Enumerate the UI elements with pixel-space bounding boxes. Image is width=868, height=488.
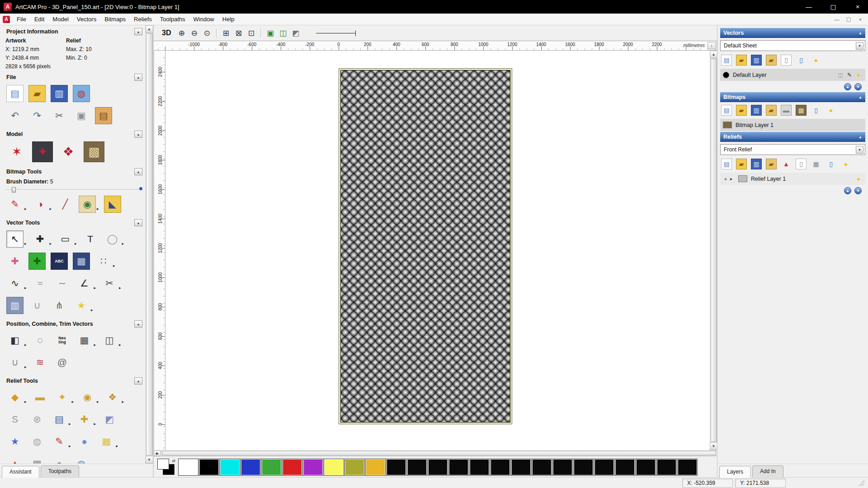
colour-swatch-black-25[interactable] xyxy=(677,459,698,476)
flyout-arrow-icon[interactable]: ▸ xyxy=(24,343,27,347)
move-layer-up-button[interactable]: ▲ xyxy=(844,83,851,90)
colour-swatch-gold[interactable] xyxy=(365,459,386,476)
undo-icon[interactable]: ↶ xyxy=(6,107,24,124)
layer-stack-icon[interactable]: ▦ xyxy=(98,433,115,450)
brush-diameter-slider[interactable] xyxy=(6,186,141,193)
zoom-in-icon[interactable]: ⊕ xyxy=(176,28,187,39)
colour-swatch-red[interactable] xyxy=(282,459,302,476)
flyout-arrow-icon[interactable]: ▸ xyxy=(119,343,121,347)
flyout-arrow-icon[interactable]: ▸ xyxy=(119,286,121,290)
paint-selective-icon[interactable]: ◑ xyxy=(32,196,49,213)
new-model-icon[interactable]: ▤ xyxy=(6,85,24,102)
colour-swatch-black-23[interactable] xyxy=(636,459,656,476)
delete-vector-layer-icon[interactable]: ▯ xyxy=(796,55,807,66)
bubble-pattern-bitmap[interactable] xyxy=(340,70,510,422)
transform-vectors-icon[interactable]: ✚ xyxy=(32,230,49,248)
fit-arcs-icon[interactable]: ∪ xyxy=(28,297,46,314)
scroll-thumb[interactable] xyxy=(162,451,716,456)
paste-icon[interactable]: ▤ xyxy=(95,107,112,124)
create-text-icon[interactable]: T xyxy=(82,230,99,248)
collapse-section-button[interactable]: ▲ xyxy=(859,31,862,35)
previous-view-icon[interactable]: ◩ xyxy=(290,28,301,39)
colour-swatch-black-17[interactable] xyxy=(511,459,531,476)
flyout-arrow-icon[interactable]: ▸ xyxy=(91,308,93,312)
select-vectors-icon[interactable]: ↖ xyxy=(6,230,24,248)
zoom-out-icon[interactable]: ⊖ xyxy=(189,28,200,39)
calculate-relief-icon[interactable]: ▲ xyxy=(781,159,792,169)
switch-to-3d-button[interactable]: 3D xyxy=(158,28,175,38)
create-star-icon[interactable]: ★ xyxy=(73,297,90,314)
zoom-drawing-icon[interactable]: ⊠ xyxy=(233,28,244,39)
scroll-thumb[interactable] xyxy=(146,33,153,455)
collapse-section-button[interactable]: ▲ xyxy=(134,28,142,35)
colour-swatch-black-22[interactable] xyxy=(615,459,635,476)
join-vectors-icon[interactable]: ∪ xyxy=(6,354,24,371)
relief-library-icon[interactable]: ▤ xyxy=(51,411,68,428)
nesting-icon[interactable]: Nes ting xyxy=(54,332,71,349)
flyout-arrow-icon[interactable]: ▸ xyxy=(50,241,52,246)
colour-swatch-black-19[interactable] xyxy=(552,459,573,476)
scroll-up-button[interactable]: ▲ xyxy=(146,25,153,33)
star-wizard-icon[interactable]: ★ xyxy=(6,433,24,450)
colour-swatch-black-14[interactable] xyxy=(448,459,469,476)
flood-fill-icon[interactable]: ◣ xyxy=(104,196,121,213)
trim-vectors-icon[interactable]: ✂ xyxy=(101,275,118,292)
flyout-arrow-icon[interactable]: ▸ xyxy=(94,343,96,347)
menu-window[interactable]: Window xyxy=(189,14,218,24)
collapse-section-button[interactable]: ▲ xyxy=(134,320,142,328)
flyout-arrow-icon[interactable]: ▸ xyxy=(24,206,27,211)
node-editing-icon[interactable]: ⋔ xyxy=(51,297,68,314)
flyout-arrow-icon[interactable]: ▸ xyxy=(69,444,71,448)
layer-visibility-icon[interactable]: ● xyxy=(854,175,863,183)
sculpt-relief-icon[interactable]: ✦ xyxy=(54,389,71,406)
flyout-arrow-icon[interactable]: ▸ xyxy=(69,422,71,426)
flyout-arrow-icon[interactable]: ▸ xyxy=(24,399,27,404)
create-arc-icon[interactable]: ∠ xyxy=(76,275,93,292)
paint-icon[interactable]: ✎ xyxy=(6,196,24,213)
colour-swatch-yellow[interactable] xyxy=(324,459,344,476)
child-restore-button[interactable]: ▢ xyxy=(843,15,854,24)
smooth-relief-icon[interactable]: ▬ xyxy=(32,389,49,406)
colour-swatch-black-12[interactable] xyxy=(407,459,427,476)
new-vector-layer-icon[interactable]: ▤ xyxy=(721,55,732,66)
child-minimize-button[interactable]: — xyxy=(831,15,843,24)
collapse-section-button[interactable]: ▲ xyxy=(134,74,142,81)
sweep-profile-icon[interactable]: S xyxy=(6,411,24,428)
colour-swatch-black-16[interactable] xyxy=(490,459,510,476)
menu-toolpaths[interactable]: Toolpaths xyxy=(156,14,189,24)
tab-toolpaths[interactable]: Toolpaths xyxy=(41,465,79,477)
paste-along-curve-icon[interactable]: ▦ xyxy=(73,253,90,270)
colour-swatch-white[interactable] xyxy=(178,459,198,476)
extrude-vectors-icon[interactable]: ▥ xyxy=(6,297,24,314)
menu-vectors[interactable]: Vectors xyxy=(73,14,100,24)
flyout-arrow-icon[interactable]: ▸ xyxy=(97,399,99,404)
create-bezier-icon[interactable]: ∼ xyxy=(54,275,71,292)
import-vector-layer-icon[interactable]: ▰ xyxy=(766,55,777,66)
merge-bitmap-layers-icon[interactable]: ▬ xyxy=(781,105,792,116)
zoom-rectangle-icon[interactable]: ⊞ xyxy=(220,28,231,39)
expander-icon[interactable]: ▸ xyxy=(730,176,735,181)
colour-swatch-black[interactable] xyxy=(199,459,219,476)
menu-bitmaps[interactable]: Bitmaps xyxy=(100,14,130,24)
flyout-arrow-icon[interactable]: ▸ xyxy=(113,263,115,268)
save-bitmap-layer-icon[interactable]: ▥ xyxy=(751,105,762,116)
assistant-panel-scrollbar[interactable]: ▲ ▼ xyxy=(145,25,153,464)
primary-colour-chip[interactable] xyxy=(157,459,169,469)
sphere-texture-icon[interactable]: ● xyxy=(76,433,93,450)
menu-help[interactable]: Help xyxy=(218,14,239,24)
spiral-icon[interactable]: @ xyxy=(54,354,71,371)
colour-swatch-black-18[interactable] xyxy=(532,459,552,476)
create-rectangle-icon[interactable]: ▭ xyxy=(57,230,74,248)
mesh-preview-icon[interactable]: ▦ xyxy=(28,455,46,464)
colour-swatch-cyan[interactable] xyxy=(220,459,240,476)
toggle-all-bitmap-layers-icon[interactable]: ● xyxy=(826,105,836,116)
smudge-relief-icon[interactable]: ✎ xyxy=(51,433,68,450)
texture-wizard-icon[interactable]: ◍ xyxy=(28,433,46,450)
flyout-arrow-icon[interactable]: ▸ xyxy=(122,399,124,404)
ruler-options-button[interactable]: ↕ xyxy=(708,42,716,49)
open-relief-layer-icon[interactable]: ▰ xyxy=(736,159,747,169)
colour-swatch-black-11[interactable] xyxy=(386,459,406,476)
menu-reliefs[interactable]: Reliefs xyxy=(130,14,156,24)
save-vector-layer-icon[interactable]: ▥ xyxy=(751,55,762,66)
palette-icon[interactable]: ◉ xyxy=(79,196,96,213)
